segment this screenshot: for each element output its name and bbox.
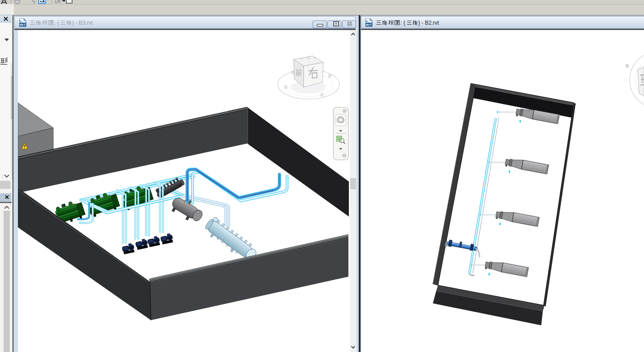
svg-text:RVT: RVT xyxy=(20,23,26,26)
svg-text:: {: : { xyxy=(54,20,59,26)
svg-text:RVT: RVT xyxy=(366,23,372,26)
svg-text:} - B2.rvt: } - B2.rvt xyxy=(418,20,439,26)
svg-text:: {: : { xyxy=(400,20,405,26)
svg-text:} - B3.rvt: } - B3.rvt xyxy=(72,20,93,26)
